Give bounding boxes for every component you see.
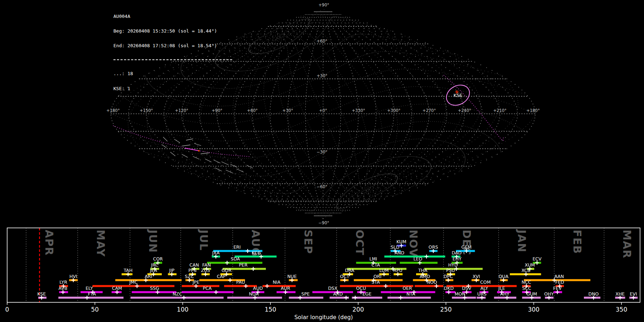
shower-label-AVB: AVB	[59, 286, 68, 291]
shower-label-MON: MON	[455, 291, 465, 297]
shower-label-RPU: RPU	[393, 268, 402, 273]
longitude-label: +270°	[423, 108, 436, 113]
shower-label-GDR: GDR	[221, 268, 231, 273]
longitude-label: +180°	[526, 108, 540, 113]
shower-bar-ARI	[115, 279, 181, 281]
shower-label-EVI: EVI	[630, 291, 637, 297]
sporadic-count: 18	[127, 71, 133, 76]
shower-peak-marker-STA	[384, 284, 388, 288]
shower-label-EHY: EHY	[453, 256, 462, 262]
shower-label-PER: PER	[239, 262, 248, 268]
shower-label-NTA: NTA	[406, 291, 415, 297]
x-tick-label: 300	[528, 306, 539, 313]
shower-label-KSE: KSE	[37, 291, 46, 297]
meteor-trail	[214, 160, 220, 163]
shower-label-CAP: CAP	[217, 274, 226, 279]
meteor-trail	[201, 153, 210, 154]
shower-label-DSV: DSV	[462, 286, 472, 291]
meteor-trail	[174, 139, 180, 143]
shower-label-CTA: CTA	[371, 262, 380, 268]
longitude-label: +120°	[175, 108, 188, 113]
shower-label-OHY: OHY	[544, 291, 554, 297]
month-label: MAY	[94, 230, 107, 257]
shower-bar-JMC	[92, 285, 174, 287]
month-label: FEB	[571, 230, 584, 254]
shower-label-NDA: NDA	[249, 291, 259, 297]
meteor-trail	[236, 169, 244, 172]
meteor-trail	[182, 145, 190, 146]
shower-peak-marker-CAP	[228, 278, 232, 282]
meteor-trail	[186, 139, 193, 140]
meteor-trail	[247, 165, 253, 168]
shower-label-OCU: OCU	[356, 286, 366, 291]
month-label: NOV	[407, 230, 420, 258]
shower-peak-marker-SDA	[225, 261, 229, 265]
latitude-label: −30°	[317, 150, 327, 155]
shower-peak-marker-ERI	[246, 249, 250, 253]
shower-bar-KCG	[235, 255, 277, 258]
shower-label-AUR: AUR	[281, 286, 291, 291]
shower-label-PAU: PAU	[236, 279, 245, 285]
shower-label-JIP: JIP	[169, 268, 175, 273]
shower-label-AHY: AHY	[500, 291, 509, 297]
shower-label-ARD: ARD	[333, 291, 343, 297]
shower-bar-FTA	[58, 297, 123, 299]
shower-label-HYD: HYD	[448, 262, 458, 268]
meteor-trail	[230, 164, 237, 167]
plot-canvas: KSE +90°−90°+60°+30°−30°−60°+180°+150°+1…	[0, 0, 644, 322]
shower-bar-PAU	[224, 285, 257, 287]
shower-label-DKD: DKD	[444, 286, 454, 291]
shower-label-LMI: LMI	[370, 256, 377, 262]
shower-bar-NTA	[387, 297, 431, 299]
shower-label-DAD: DAD	[452, 250, 462, 255]
shower-bar-JPE	[182, 285, 219, 287]
shower-bar-NOO	[415, 285, 443, 287]
month-label: OCT	[353, 230, 366, 255]
shower-label-XUM: XUM	[525, 262, 535, 268]
shower-bar-SPE	[289, 297, 323, 299]
longitude-label: +30°	[282, 108, 293, 113]
shower-label-COR: COR	[153, 256, 163, 262]
x-tick-label: 50	[91, 306, 99, 313]
count-line: KSE: 1	[113, 86, 232, 91]
x-tick-label: 350	[616, 306, 627, 313]
shower-label-SZC: SZC	[185, 274, 194, 279]
shower-label-KUM: KUM	[396, 239, 406, 244]
meteor-trail	[194, 143, 201, 146]
longitude-label: +240°	[458, 108, 471, 113]
shower-label-ORS: ORS	[429, 244, 438, 250]
month-label: JUN	[147, 229, 159, 253]
shower-label-ALY: ALY	[480, 286, 488, 291]
shower-label-JRC: JRC	[151, 262, 158, 268]
month-label: JAN	[516, 229, 528, 253]
x-tick-label: 100	[177, 306, 188, 313]
shower-label-PSU: PSU	[446, 268, 455, 273]
longitude-label: +300°	[387, 108, 400, 113]
shower-label-COM: COM	[480, 279, 491, 285]
shower-label-ORI: ORI	[374, 274, 381, 279]
shower-label-JLE: JLE	[498, 286, 505, 291]
x-tick-label: 200	[352, 306, 364, 313]
pole-label-south: −90°	[318, 220, 329, 225]
shower-label-STA: STA	[372, 279, 380, 285]
shower-label-JPE: JPE	[192, 279, 199, 285]
kse-meteor-tip	[198, 150, 200, 152]
longitude-label: +330°	[352, 108, 365, 113]
longitude-label: +180°	[106, 108, 119, 113]
info-separator	[113, 59, 232, 60]
shower-label-URS: URS	[477, 291, 487, 297]
shower-bar-PCA	[182, 291, 234, 293]
count-line: ...: 18	[113, 71, 232, 76]
kse-count: 1	[127, 86, 130, 91]
shower-label-FAN: FAN	[202, 262, 211, 268]
shower-label-DSX: DSX	[328, 286, 338, 291]
shower-label-LUM: LUM	[379, 268, 389, 273]
meteor-trail	[170, 152, 175, 156]
shower-label-LYR: LYR	[59, 279, 67, 285]
end-time: End: 20260408 17:52:08 (sol = 18.54°)	[113, 43, 232, 48]
shower-peak-marker-NIA	[265, 284, 269, 288]
shower-label-GUM: GUM	[526, 291, 537, 297]
shower-label-NZC: NZC	[173, 291, 182, 297]
longitude-label: +210°	[493, 108, 506, 113]
meteor-trail	[162, 145, 166, 148]
